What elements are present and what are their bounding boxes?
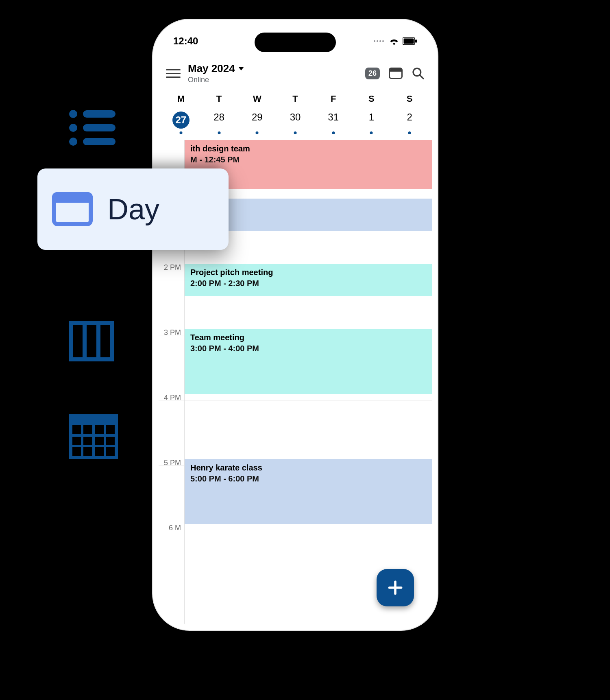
- wifi-icon: [389, 37, 399, 45]
- search-button[interactable]: [412, 67, 425, 80]
- today-button[interactable]: 26: [365, 68, 380, 79]
- title-block[interactable]: May 2024 Online: [188, 62, 358, 84]
- event-title: Project pitch meeting: [190, 268, 426, 277]
- event-time: M - 12:45 PM: [190, 155, 426, 164]
- view-icons-overlay: [69, 110, 118, 461]
- month-view-icon: [69, 414, 118, 461]
- svg-rect-6: [71, 416, 116, 425]
- svg-rect-2: [415, 39, 417, 43]
- dow-label: S: [353, 94, 391, 109]
- day-view-card[interactable]: Day: [37, 168, 229, 250]
- event-block[interactable]: Team meeting 3:00 PM - 4:00 PM: [185, 329, 432, 394]
- event-block[interactable]: Project pitch meeting 2:00 PM - 2:30 PM: [185, 264, 432, 296]
- event-title: Team meeting: [190, 333, 426, 342]
- day-cell[interactable]: 31: [314, 109, 353, 136]
- cellular-icon: [374, 40, 384, 42]
- day-cell[interactable]: 28: [200, 109, 238, 136]
- day-cell[interactable]: 29: [238, 109, 276, 136]
- dow-label: F: [314, 94, 353, 109]
- app-header: May 2024 Online 26: [159, 57, 432, 90]
- add-event-button[interactable]: [377, 569, 414, 606]
- svg-rect-1: [404, 39, 414, 44]
- phone-frame: 12:40 May 2024 Online 26: [153, 20, 438, 630]
- list-view-icon: [69, 110, 115, 146]
- columns-view-icon: [69, 321, 114, 361]
- event-title: Henry karate class: [190, 463, 426, 472]
- event-time: 3:00 PM - 4:00 PM: [190, 344, 426, 353]
- day-view-label: Day: [107, 192, 159, 226]
- event-time: 5:00 PM - 6:00 PM: [190, 474, 426, 483]
- status-right: [374, 37, 417, 45]
- event-title: ith design team: [190, 144, 426, 153]
- event-block[interactable]: Henry karate class 5:00 PM - 6:00 PM: [185, 459, 432, 524]
- week-strip: M T W T F S S 27 28 29 30 31 1 2: [159, 90, 432, 142]
- status-time: 12:40: [173, 35, 198, 47]
- event-time: 2:00 PM - 2:30 PM: [190, 279, 426, 288]
- menu-button[interactable]: [166, 66, 181, 81]
- day-view-icon: [52, 192, 93, 226]
- day-cell[interactable]: 30: [276, 109, 314, 136]
- chevron-down-icon: [238, 67, 244, 70]
- month-label: May 2024: [188, 62, 235, 75]
- dow-label: W: [238, 94, 276, 109]
- dow-label: T: [276, 94, 314, 109]
- phone-notch: [255, 33, 336, 52]
- battery-icon: [403, 37, 417, 45]
- day-cell[interactable]: 27: [162, 109, 200, 136]
- hour-label: 6 M: [169, 524, 181, 532]
- day-cell[interactable]: 2: [390, 109, 429, 136]
- view-switch-button[interactable]: [389, 68, 403, 79]
- dow-label: M: [162, 94, 200, 109]
- day-cell[interactable]: 1: [353, 109, 391, 136]
- dow-label: S: [390, 94, 429, 109]
- dow-label: T: [200, 94, 238, 109]
- status-label: Online: [188, 76, 358, 84]
- svg-line-4: [420, 75, 423, 79]
